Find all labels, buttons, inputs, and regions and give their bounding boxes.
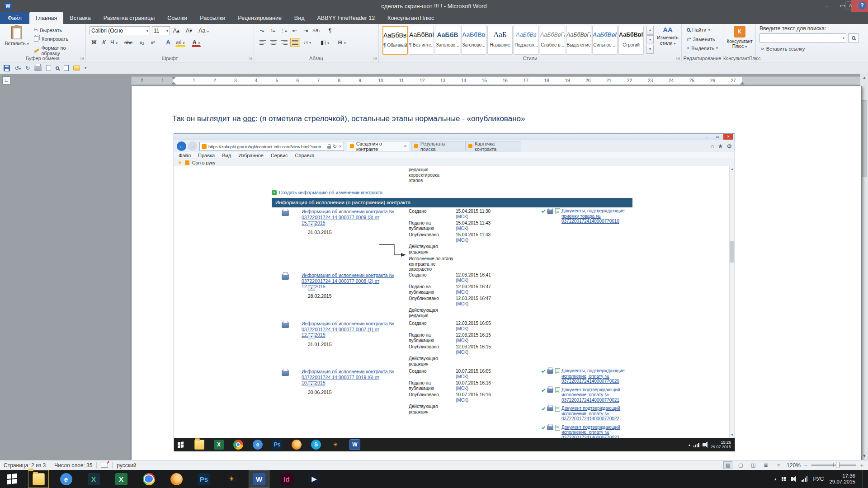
weather-sun[interactable]: ☀ bbox=[330, 440, 340, 450]
font-size-combo[interactable]: 11▾ bbox=[152, 26, 170, 35]
style-item[interactable]: АаБбВв Заголово... bbox=[461, 26, 486, 55]
numbering-button[interactable]: 1≡ bbox=[269, 26, 278, 35]
print-icon[interactable] bbox=[282, 370, 289, 376]
speaker-icon[interactable] bbox=[791, 477, 793, 481]
network-icon[interactable] bbox=[693, 442, 699, 447]
show-desktop-button[interactable] bbox=[863, 470, 865, 488]
underline-button[interactable]: Ч ▾ bbox=[109, 38, 118, 47]
ribbon-tab[interactable]: Файл bbox=[0, 12, 29, 24]
decrease-indent-button[interactable]: ⇤ bbox=[290, 26, 299, 35]
network-icon[interactable] bbox=[802, 477, 807, 482]
customize-qat-button[interactable]: ▾ bbox=[85, 66, 86, 70]
minimize-button[interactable]: – bbox=[819, 0, 835, 12]
expand-dropdown[interactable]: ▾ bbox=[308, 285, 315, 291]
document-icon[interactable] bbox=[555, 368, 560, 374]
grow-font-button[interactable]: А▴ bbox=[172, 26, 181, 35]
menu-item[interactable]: Сервис bbox=[271, 153, 288, 158]
address-bar[interactable]: https://zakupki.gov.ru/rgk/contract-info… bbox=[199, 142, 344, 151]
horizontal-ruler[interactable]: 21 1234567891011121314151617181920212223… bbox=[131, 76, 862, 85]
language-indicator[interactable]: русский bbox=[117, 462, 136, 469]
print-icon[interactable] bbox=[547, 406, 553, 411]
view-print-layout[interactable]: ▤ bbox=[723, 461, 732, 469]
bold-button[interactable]: Ж bbox=[90, 38, 99, 47]
execution-info-link[interactable]: Информация об исполнении контракта № 037… bbox=[302, 321, 396, 338]
align-right-button[interactable] bbox=[279, 38, 289, 47]
create-contract-change-link[interactable]: Создать информацию об изменении контракт… bbox=[279, 190, 382, 195]
view-draft[interactable]: ≡ bbox=[774, 461, 783, 469]
excel[interactable]: X bbox=[214, 440, 224, 450]
format-painter-button[interactable]: Формат по образцу bbox=[33, 45, 85, 56]
expand-dropdown[interactable]: ▾ bbox=[308, 381, 315, 387]
quick-print-button[interactable] bbox=[34, 65, 42, 71]
photoshop[interactable]: Ps bbox=[272, 440, 282, 450]
italic-button[interactable]: К bbox=[99, 38, 108, 47]
file-explorer[interactable] bbox=[28, 470, 49, 488]
firefox[interactable] bbox=[292, 440, 302, 450]
style-item[interactable]: АаБбВвГг, Строгий bbox=[618, 26, 644, 55]
browser-minimize-button[interactable]: – bbox=[702, 134, 712, 140]
gallery-down-button[interactable]: ▾ bbox=[646, 35, 654, 44]
print-icon[interactable] bbox=[547, 369, 553, 374]
ribbon-tab[interactable]: Разметка страницы bbox=[97, 12, 161, 24]
find-button[interactable] bbox=[56, 66, 59, 70]
superscript-button[interactable]: x² bbox=[148, 38, 157, 47]
change-case-button[interactable]: Аа ▾ bbox=[198, 26, 209, 35]
change-styles-button[interactable]: АА Изменить стили ▾ bbox=[656, 26, 680, 55]
star-icon[interactable]: ★ bbox=[178, 160, 182, 165]
style-item[interactable]: АаБбВвГг Сильное ... bbox=[592, 26, 618, 55]
tab-stop-selector[interactable]: ∟ bbox=[2, 76, 10, 84]
document-icon[interactable] bbox=[555, 387, 560, 393]
chrome[interactable] bbox=[138, 470, 159, 488]
file-explorer[interactable] bbox=[194, 440, 204, 450]
start-button[interactable] bbox=[0, 470, 24, 488]
consultant-plus-button[interactable]: К КонсультантПлюс ▾ bbox=[725, 26, 754, 56]
browser-maximize-button[interactable]: ▭ bbox=[712, 134, 722, 140]
firefox[interactable] bbox=[166, 470, 187, 488]
ribbon-tab[interactable]: Вид bbox=[288, 12, 311, 24]
shading-button[interactable]: ◧ ▾ bbox=[320, 38, 330, 47]
excel-window[interactable]: X bbox=[83, 470, 104, 488]
style-item[interactable]: АаБбВвГг, ¶ Без инте... bbox=[409, 26, 434, 55]
style-item[interactable]: АаБбВв Подзагол... bbox=[514, 26, 539, 55]
zoom-in-button[interactable]: + bbox=[860, 462, 863, 469]
dialog-launcher[interactable]: ◲ bbox=[80, 56, 84, 61]
word[interactable]: W bbox=[350, 440, 360, 450]
browser-tab[interactable]: Карточка контракта bbox=[465, 141, 520, 151]
open-button[interactable] bbox=[73, 66, 80, 70]
right-indent-marker[interactable] bbox=[740, 82, 745, 84]
search-go-button[interactable] bbox=[848, 33, 859, 42]
print-icon[interactable] bbox=[547, 425, 553, 430]
paste-button[interactable]: Вставить ▾ bbox=[4, 26, 30, 57]
expand-dropdown[interactable]: ▾ bbox=[308, 221, 315, 227]
browser-close-button[interactable]: ✕ bbox=[723, 134, 733, 140]
close-tab-icon[interactable]: ✕ bbox=[404, 144, 407, 148]
highlight-color-button[interactable]: аб ▾ bbox=[175, 38, 185, 47]
gallery-up-button[interactable]: ▴ bbox=[646, 26, 654, 35]
indesign[interactable]: Id bbox=[276, 470, 297, 488]
refresh-icon[interactable]: ↻ bbox=[333, 144, 337, 150]
style-item[interactable]: АаБбВвГг Слабое в... bbox=[540, 26, 565, 55]
execution-info-link[interactable]: Информация об исполнении контракта № 037… bbox=[302, 369, 396, 386]
menu-item[interactable]: Правка bbox=[198, 153, 215, 158]
expand-dropdown[interactable]: ▾ bbox=[308, 333, 315, 339]
execution-info-link[interactable]: Информация об исполнении контракта № 037… bbox=[302, 209, 396, 226]
increase-indent-button[interactable]: ⇥ bbox=[301, 26, 310, 35]
tray-expand-icon[interactable]: ▴ bbox=[689, 443, 690, 447]
show-marks-button[interactable]: ¶ bbox=[326, 26, 335, 35]
execution-info-link[interactable]: Информация об исполнении контракта № 037… bbox=[302, 272, 396, 290]
back-button[interactable]: ← bbox=[177, 141, 186, 151]
scrollbar-thumb[interactable] bbox=[861, 100, 867, 177]
print-icon[interactable] bbox=[282, 322, 289, 328]
document-icon[interactable] bbox=[555, 425, 560, 431]
internet-explorer[interactable]: e bbox=[56, 470, 76, 488]
scroll-down-icon[interactable]: ▼ bbox=[730, 432, 735, 438]
proofing-icon[interactable] bbox=[101, 463, 108, 468]
view-fullscreen[interactable]: ▢ bbox=[736, 461, 745, 469]
home-icon[interactable]: ⌂ bbox=[711, 143, 714, 150]
menu-item[interactable]: Вид bbox=[222, 153, 231, 158]
ribbon-tab[interactable]: Рассылки bbox=[193, 12, 231, 24]
help-icon[interactable]: ? bbox=[858, 1, 866, 9]
document-icon[interactable] bbox=[555, 406, 560, 412]
ribbon-tab[interactable]: Ссылки bbox=[161, 12, 193, 24]
print-preview-button[interactable] bbox=[46, 65, 51, 71]
